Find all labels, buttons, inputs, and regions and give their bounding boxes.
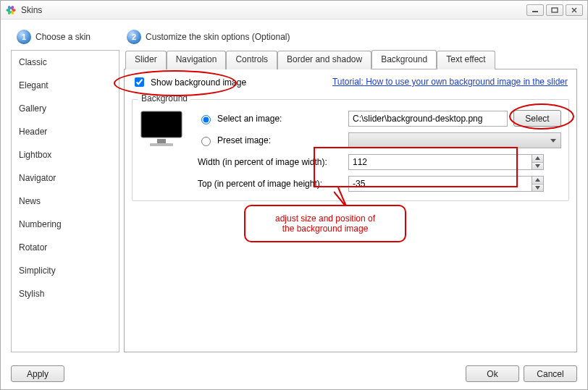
svg-rect-10 <box>157 139 166 143</box>
sidebar-item-stylish[interactable]: Stylish <box>12 282 119 305</box>
sidebar-item-classic[interactable]: Classic <box>12 51 119 74</box>
bg-grid: Select an image: Select Preset image: <box>140 110 561 192</box>
image-path-field[interactable] <box>348 111 508 127</box>
skin-list: Classic Elegant Gallery Header Lightbox … <box>11 50 119 352</box>
minimize-button[interactable] <box>526 4 544 16</box>
tab-text-effect[interactable]: Text effect <box>437 51 495 69</box>
radio-preset-image[interactable]: Preset image: <box>198 135 343 146</box>
top-input[interactable] <box>348 176 532 192</box>
width-spin-up[interactable] <box>532 155 543 163</box>
content: 1 Choose a skin 2 Customize the skin opt… <box>1 20 587 389</box>
window-controls <box>526 4 583 16</box>
tab-navigation[interactable]: Navigation <box>167 51 227 69</box>
sidebar-item-rotator[interactable]: Rotator <box>12 236 119 259</box>
skins-window: Skins 1 Choose a skin 2 Customize the sk… <box>0 0 588 390</box>
show-bg-label: Show background image <box>151 77 246 88</box>
sidebar-item-lightbox[interactable]: Lightbox <box>12 143 119 166</box>
sidebar-item-header[interactable]: Header <box>12 120 119 143</box>
show-bg-checkbox[interactable] <box>135 77 144 87</box>
steps-header: 1 Choose a skin 2 Customize the skin opt… <box>11 30 577 44</box>
top-spinner <box>348 176 544 192</box>
step-2-badge: 2 <box>127 30 141 44</box>
select-button[interactable]: Select <box>513 110 561 127</box>
sidebar-item-simplicity[interactable]: Simplicity <box>12 259 119 282</box>
tab-border-shadow[interactable]: Border and shadow <box>277 51 371 69</box>
sidebar-item-navigator[interactable]: Navigator <box>12 166 119 190</box>
svg-rect-7 <box>532 11 538 12</box>
radio-select-label: Select an image: <box>217 114 282 124</box>
app-icon <box>5 4 17 16</box>
apply-button[interactable]: Apply <box>11 365 64 382</box>
cancel-button[interactable]: Cancel <box>524 365 577 382</box>
width-spin-down[interactable] <box>532 163 543 170</box>
step-2: 2 Customize the skin options (Optional) <box>127 30 290 44</box>
step-1: 1 Choose a skin <box>17 30 91 44</box>
body: Classic Elegant Gallery Header Lightbox … <box>11 50 577 352</box>
svg-point-6 <box>10 9 12 11</box>
width-input[interactable] <box>348 154 532 170</box>
maximize-button[interactable] <box>546 4 563 16</box>
top-spin-up[interactable] <box>532 177 543 185</box>
top-spin-buttons <box>532 176 544 192</box>
tab-slider[interactable]: Slider <box>125 51 167 69</box>
radio-select-input[interactable] <box>201 115 211 124</box>
sidebar-item-elegant[interactable]: Elegant <box>12 74 119 97</box>
sidebar-item-news[interactable]: News <box>12 190 119 213</box>
width-spinner <box>348 154 544 170</box>
svg-rect-8 <box>552 8 558 12</box>
titlebar: Skins <box>1 1 587 20</box>
tutorial-link[interactable]: Tutorial: How to use your own background… <box>332 77 568 87</box>
group-caption: Background <box>138 93 190 103</box>
radio-preset-input[interactable] <box>201 137 211 146</box>
sidebar-item-numbering[interactable]: Numbering <box>12 213 119 236</box>
width-spin-buttons <box>532 154 544 170</box>
footer: Apply Ok Cancel <box>11 365 577 382</box>
top-spin-down[interactable] <box>532 185 543 192</box>
step-1-label: Choose a skin <box>35 32 91 42</box>
ok-button[interactable]: Ok <box>466 365 519 382</box>
radio-preset-label: Preset image: <box>217 135 271 145</box>
monitor-preview <box>140 110 183 151</box>
background-group: Background <box>132 99 569 201</box>
tab-background[interactable]: Background <box>371 50 437 69</box>
width-label: Width (in percent of image width): <box>198 157 343 167</box>
close-button[interactable] <box>566 4 583 16</box>
step-1-badge: 1 <box>17 30 31 44</box>
right-pane: Slider Navigation Controls Border and sh… <box>124 50 577 352</box>
radio-select-image[interactable]: Select an image: <box>198 113 343 124</box>
tab-panel-background: Show background image Tutorial: How to u… <box>124 69 577 352</box>
tab-controls[interactable]: Controls <box>226 51 277 69</box>
sidebar-item-gallery[interactable]: Gallery <box>12 97 119 120</box>
svg-rect-11 <box>150 143 173 146</box>
window-title: Skins <box>21 5 526 15</box>
preset-dropdown[interactable] <box>348 132 561 148</box>
top-label: Top (in percent of image height): <box>198 179 343 189</box>
tabs: Slider Navigation Controls Border and sh… <box>124 50 577 69</box>
step-2-label: Customize the skin options (Optional) <box>146 32 290 42</box>
svg-rect-9 <box>141 111 182 137</box>
